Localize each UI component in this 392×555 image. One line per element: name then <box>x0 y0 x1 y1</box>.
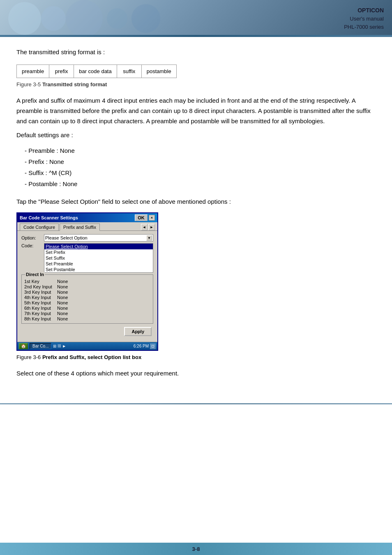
dropdown-item-2[interactable]: Set Suffix <box>44 255 153 261</box>
code-label: Code: <box>21 243 44 248</box>
dropdown-list: Please Select Option Set Prefix Set Suff… <box>44 243 153 273</box>
tab-nav-buttons: ◄ ► <box>141 224 155 230</box>
figure-3-6-caption: Figure 3-6 Prefix and Suffix, select Opt… <box>16 354 376 360</box>
apply-row: Apply <box>21 325 153 339</box>
taskbar-separator: ⊞ III ► <box>53 344 66 348</box>
dropdown-item-0[interactable]: Please Select Option <box>44 244 153 249</box>
format-table-wrapper: preamble prefix bar code data suffix pos… <box>16 64 376 78</box>
option-label: Option: <box>21 235 44 240</box>
dropdown-item-1[interactable]: Set Prefix <box>44 249 153 255</box>
decorative-circle-3 <box>66 0 103 37</box>
option-select-value: Please Select Option <box>45 235 88 240</box>
table-cell-postamble: postamble <box>141 65 176 78</box>
key-input-row-2: 2nd Key Input None <box>24 284 150 289</box>
key-value-7: None <box>57 311 68 316</box>
tab-code-configure[interactable]: Code Configure <box>20 223 59 230</box>
dialog-taskbar: 🏠 Bar Co... ⊞ III ► 6:26 PM 🗌 <box>17 342 157 350</box>
key-value-8: None <box>57 316 68 321</box>
taskbar-start-button[interactable]: 🏠 <box>19 343 28 349</box>
header-accent-bar <box>0 35 392 37</box>
tab-prev-button[interactable]: ◄ <box>141 224 148 230</box>
tab-next-button[interactable]: ► <box>148 224 155 230</box>
defaults-intro: Default settings are : <box>16 130 376 140</box>
dropdown-item-4[interactable]: Set Postamble <box>44 267 153 272</box>
final-text: Select one of these 4 options which meet… <box>16 368 376 379</box>
decorative-circle-2 <box>41 6 66 31</box>
key-label-4: 4th Key Input <box>24 295 57 300</box>
intro-text: The transmitted string format is : <box>16 47 376 57</box>
apply-button[interactable]: Apply <box>124 327 152 336</box>
key-value-5: None <box>57 300 68 305</box>
series-label: PHL-7000 series <box>344 23 384 31</box>
key-label-1: 1st Key <box>24 279 57 284</box>
table-cell-barcode: bar code data <box>74 65 117 78</box>
taskbar-right: 6:26 PM 🗌 <box>134 343 156 349</box>
dialog-title: Bar Code Scanner Settings <box>20 215 78 220</box>
main-paragraph: A prefix and suffix of maximum 4 direct … <box>16 96 376 126</box>
key-label-8: 8th Key Input <box>24 316 57 321</box>
key-value-6: None <box>57 306 68 311</box>
option-select-arrow[interactable]: ▼ <box>146 235 152 241</box>
taskbar-app-button[interactable]: Bar Co... <box>30 343 51 349</box>
bar-code-scanner-dialog: Bar Code Scanner Settings OK × Code Conf… <box>16 212 158 351</box>
key-input-row-8: 8th Key Input None <box>24 316 150 321</box>
key-input-row-5: 5th Key Input None <box>24 300 150 305</box>
key-value-2: None <box>57 284 68 289</box>
default-postamble: Postamble : None <box>25 178 376 189</box>
option-row: Option: Please Select Option ▼ <box>21 234 153 242</box>
table-cell-suffix: suffix <box>117 65 141 78</box>
dialog-titlebar: Bar Code Scanner Settings OK × <box>17 213 157 222</box>
brand-name: OPTICON <box>344 6 384 15</box>
table-cell-prefix: prefix <box>49 65 74 78</box>
key-label-7: 7th Key Input <box>24 311 57 316</box>
key-input-row-3: 3rd Key Input None <box>24 290 150 295</box>
titlebar-left: Bar Code Scanner Settings <box>20 215 78 220</box>
decorative-circle-5 <box>131 4 160 33</box>
brand-info: OPTICON User's manual PHL-7000 series <box>344 6 384 31</box>
main-content: The transmitted string format is : pream… <box>0 37 392 403</box>
direct-input-group: Direct In 1st Key None 2nd Key Input Non… <box>21 274 153 324</box>
key-label-3: 3rd Key Input <box>24 290 57 295</box>
default-preamble: Preamble : None <box>25 145 376 156</box>
code-row: Code: Please Select Option Set Prefix Se… <box>21 243 153 273</box>
taskbar-icon-right[interactable]: 🗌 <box>150 343 156 349</box>
titlebar-buttons: OK × <box>135 214 155 221</box>
page-number: 3-8 <box>192 546 200 552</box>
key-value-3: None <box>57 290 68 295</box>
page-header: OPTICON User's manual PHL-7000 series <box>0 0 392 37</box>
key-input-row-7: 7th Key Input None <box>24 311 150 316</box>
option-select[interactable]: Please Select Option ▼ <box>44 234 153 242</box>
defaults-list: Preamble : None Prefix : None Suffix : ^… <box>25 145 376 189</box>
key-value-4: None <box>57 295 68 300</box>
key-input-row-6: 6th Key Input None <box>24 306 150 311</box>
key-value-1: None <box>57 279 68 284</box>
tap-instruction: Tap the "Please Select Option" field to … <box>16 197 376 207</box>
key-input-row-4: 4th Key Input None <box>24 295 150 300</box>
dialog-ok-button[interactable]: OK <box>135 214 148 221</box>
default-suffix: Suffix : ^M (CR) <box>25 167 376 178</box>
taskbar-time: 6:26 PM <box>134 344 149 348</box>
figure-3-5-caption: Figure 3-5 Transmitted string format <box>16 81 376 88</box>
dialog-body: Option: Please Select Option ▼ Code: Ple… <box>17 231 157 342</box>
dropdown-item-3[interactable]: Set Preamble <box>44 261 153 267</box>
dialog-close-button[interactable]: × <box>149 215 155 221</box>
footer-separator <box>0 403 392 404</box>
page-footer: 3-8 <box>0 543 392 555</box>
key-label-2: 2nd Key Input <box>24 284 57 289</box>
manual-label: User's manual <box>344 15 384 23</box>
table-cell-preamble: preamble <box>17 65 49 78</box>
code-dropdown-area: Please Select Option Set Prefix Set Suff… <box>44 243 153 273</box>
dialog-wrapper: Bar Code Scanner Settings OK × Code Conf… <box>16 212 376 351</box>
key-input-row-1: 1st Key None <box>24 279 150 284</box>
format-table: preamble prefix bar code data suffix pos… <box>16 64 177 78</box>
key-label-6: 6th Key Input <box>24 306 57 311</box>
direct-input-title: Direct In <box>25 272 45 277</box>
dialog-tabs: Code Configure Prefix and Suffix ◄ ► <box>17 222 157 231</box>
default-prefix: Prefix : None <box>25 156 376 167</box>
key-label-5: 5th Key Input <box>24 300 57 305</box>
decorative-circle-4 <box>107 8 127 29</box>
decorative-circle-1 <box>8 2 41 35</box>
tab-prefix-suffix[interactable]: Prefix and Suffix <box>60 223 100 231</box>
